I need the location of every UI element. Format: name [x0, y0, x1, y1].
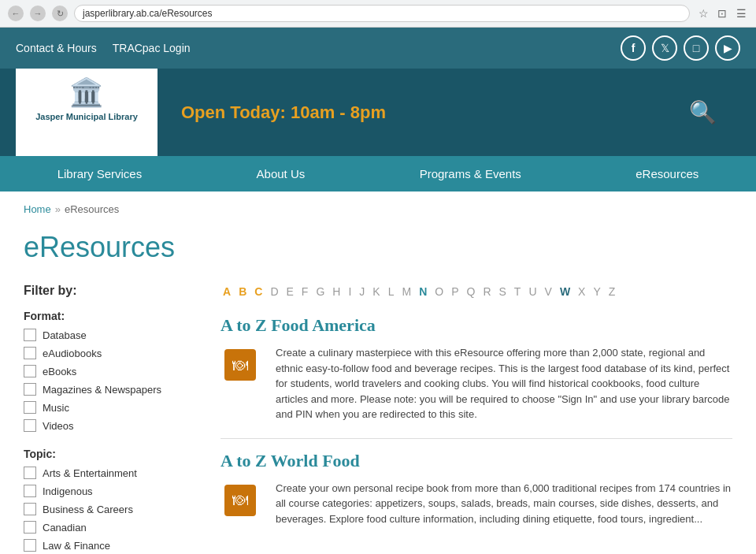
logo-text: Jasper Municipal Library — [35, 112, 138, 121]
header: 🏛️ Jasper Municipal Library Open Today: … — [0, 69, 756, 156]
alpha-i[interactable]: I — [346, 284, 354, 299]
alpha-a[interactable]: A — [220, 284, 233, 299]
filter-music[interactable]: Music — [24, 401, 197, 414]
filter-eaudiobooks[interactable]: eAudiobooks — [24, 347, 197, 359]
alpha-c[interactable]: C — [252, 284, 265, 299]
alpha-z[interactable]: Z — [606, 284, 618, 299]
alpha-n[interactable]: N — [417, 284, 429, 299]
arts-checkbox[interactable] — [24, 467, 36, 479]
nav-programs-events[interactable]: Programs & Events — [404, 156, 537, 191]
alpha-g[interactable]: G — [313, 284, 327, 299]
format-filter-title: Format: — [24, 310, 197, 322]
twitter-icon[interactable]: 𝕏 — [652, 35, 677, 61]
business-checkbox[interactable] — [24, 503, 36, 515]
alpha-j[interactable]: J — [357, 284, 367, 299]
alpha-h[interactable]: H — [330, 284, 343, 299]
facebook-icon[interactable]: f — [621, 35, 646, 61]
alpha-d[interactable]: D — [268, 284, 280, 299]
filter-sidebar: Filter by: Format: Database eAudiobooks … — [24, 284, 197, 554]
alpha-x[interactable]: X — [576, 284, 587, 299]
breadcrumb-separator: » — [55, 203, 61, 215]
top-bar: Contact & Hours TRACpac Login f 𝕏 □ ▶ — [0, 28, 756, 69]
indigenous-checkbox[interactable] — [24, 485, 36, 497]
magazines-label: Magazines & Newspapers — [43, 384, 161, 396]
breadcrumb-current: eResources — [65, 203, 119, 215]
resource-icon-0: 🍽 — [220, 345, 260, 422]
filter-videos[interactable]: Videos — [24, 419, 197, 432]
music-label: Music — [43, 402, 69, 414]
law-label: Law & Finance — [43, 540, 110, 552]
address-bar[interactable]: jasperlibrary.ab.ca/eResources — [74, 5, 690, 22]
alpha-q[interactable]: Q — [464, 284, 477, 299]
alpha-f[interactable]: F — [299, 284, 311, 299]
nav-about-us[interactable]: About Us — [241, 156, 321, 191]
content-area: Home » eResources eResources Filter by: … — [0, 191, 756, 554]
filter-arts[interactable]: Arts & Entertainment — [24, 467, 197, 479]
logo-ribbon — [28, 125, 146, 140]
alpha-v[interactable]: V — [543, 284, 554, 299]
canadian-checkbox[interactable] — [24, 521, 36, 534]
back-button[interactable]: ← — [8, 6, 24, 21]
browser-chrome: ← → ↻ jasperlibrary.ab.ca/eResources ☆ ⊡… — [0, 0, 756, 28]
videos-label: Videos — [43, 420, 74, 432]
resource-icon-shape-0: 🍽 — [224, 349, 256, 381]
alpha-r[interactable]: R — [480, 284, 493, 299]
nav-eresources[interactable]: eResources — [620, 156, 714, 191]
magazines-checkbox[interactable] — [24, 383, 36, 396]
indigenous-label: Indigenous — [43, 485, 93, 497]
canadian-label: Canadian — [43, 522, 87, 534]
alpha-o[interactable]: O — [432, 284, 446, 299]
filter-indigenous[interactable]: Indigenous — [24, 485, 197, 497]
alpha-l[interactable]: L — [386, 284, 397, 299]
page-title: eResources — [24, 231, 732, 264]
ebooks-checkbox[interactable] — [24, 365, 36, 377]
eaudiobooks-checkbox[interactable] — [24, 347, 36, 359]
filter-by-label: Filter by: — [24, 284, 197, 298]
alpha-e[interactable]: E — [284, 284, 296, 299]
refresh-button[interactable]: ↻ — [52, 6, 68, 21]
filter-canadian[interactable]: Canadian — [24, 521, 197, 534]
instagram-icon[interactable]: □ — [684, 35, 709, 61]
filter-database[interactable]: Database — [24, 329, 197, 341]
alpha-p[interactable]: P — [449, 284, 461, 299]
contact-hours-link[interactable]: Contact & Hours — [16, 42, 97, 54]
bookmark-icon[interactable]: ☆ — [696, 6, 710, 20]
filter-ebooks[interactable]: eBooks — [24, 365, 197, 377]
youtube-icon[interactable]: ▶ — [715, 35, 740, 61]
alpha-w[interactable]: W — [558, 284, 573, 299]
resource-entry-0: 🍽 Create a culinary masterpiece with thi… — [220, 345, 732, 422]
alpha-b[interactable]: B — [236, 284, 249, 299]
filter-business[interactable]: Business & Careers — [24, 503, 197, 515]
logo[interactable]: 🏛️ Jasper Municipal Library — [16, 69, 158, 156]
alpha-u[interactable]: U — [526, 284, 539, 299]
search-icon[interactable]: 🔍 — [689, 99, 717, 125]
topic-filter-title: Topic: — [24, 448, 197, 460]
resource-title-1[interactable]: A to Z World Food — [220, 451, 732, 471]
forward-button[interactable]: → — [30, 6, 46, 21]
database-checkbox[interactable] — [24, 329, 36, 341]
menu-icon[interactable]: ☰ — [734, 6, 748, 20]
music-checkbox[interactable] — [24, 401, 36, 414]
filter-magazines[interactable]: Magazines & Newspapers — [24, 383, 197, 396]
alpha-m[interactable]: M — [399, 284, 413, 299]
social-icons: f 𝕏 □ ▶ — [621, 35, 740, 61]
format-filter-group: Format: Database eAudiobooks eBooks Maga… — [24, 310, 197, 432]
filter-law[interactable]: Law & Finance — [24, 539, 197, 552]
tracpac-login-link[interactable]: TRACpac Login — [113, 42, 191, 54]
eaudiobooks-label: eAudiobooks — [43, 348, 102, 359]
open-today-text: Open Today: 10am - 8pm — [181, 102, 386, 123]
breadcrumb-home-link[interactable]: Home — [24, 203, 51, 215]
nav-library-services[interactable]: Library Services — [42, 156, 158, 191]
alpha-k[interactable]: K — [370, 284, 382, 299]
law-checkbox[interactable] — [24, 539, 36, 552]
top-bar-links: Contact & Hours TRACpac Login — [16, 42, 191, 54]
resource-title-0[interactable]: A to Z Food America — [220, 315, 732, 336]
alpha-y[interactable]: Y — [591, 284, 602, 299]
extensions-icon[interactable]: ⊡ — [715, 6, 729, 20]
ebooks-label: eBooks — [43, 366, 76, 377]
header-center: Open Today: 10am - 8pm 🔍 — [158, 99, 740, 125]
videos-checkbox[interactable] — [24, 419, 36, 432]
alpha-s[interactable]: S — [497, 284, 509, 299]
business-label: Business & Careers — [43, 504, 133, 515]
alpha-t[interactable]: T — [512, 284, 524, 299]
